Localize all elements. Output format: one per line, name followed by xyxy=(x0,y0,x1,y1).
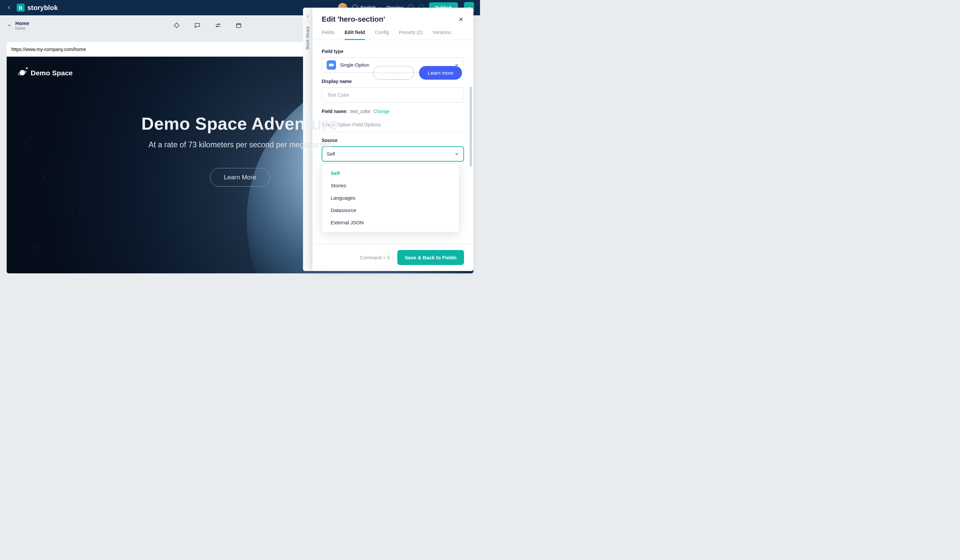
tab-config[interactable]: Config xyxy=(375,30,389,40)
source-option-self[interactable]: Self xyxy=(322,167,459,179)
hero-subtitle: At a rate of 73 kilometers per second pe… xyxy=(149,140,331,149)
hero-title: Demo Space Adventure xyxy=(141,114,339,134)
field-name-row: Field name: text_color Change xyxy=(322,109,464,114)
page-slug: home xyxy=(15,26,29,30)
site-nav: Demo Space Get started Learn more xyxy=(7,57,473,86)
source-option-stories[interactable]: Stories xyxy=(322,179,459,192)
shape-tool-icon[interactable] xyxy=(173,22,180,29)
source-option-external-json[interactable]: External JSON xyxy=(322,216,459,229)
source-option-datasource[interactable]: Datasource xyxy=(322,204,459,216)
panel-title: Edit 'hero-section' xyxy=(322,15,385,24)
calendar-icon[interactable] xyxy=(235,22,242,29)
chevron-left-icon[interactable] xyxy=(306,14,310,20)
field-name-label: Field name: xyxy=(322,109,348,114)
save-button[interactable]: Save & Back to Fields xyxy=(397,250,464,265)
planet-icon xyxy=(18,69,27,77)
field-type-label: Field type xyxy=(322,49,464,54)
settings-slider-icon[interactable] xyxy=(214,22,222,29)
learn-more-button[interactable]: Learn More xyxy=(210,168,270,187)
back-icon[interactable] xyxy=(6,5,12,11)
get-started-button[interactable]: Get started xyxy=(373,66,414,80)
brand-name: storyblok xyxy=(27,4,58,12)
panel-tabs: Fields Edit field Config Presets (2) Ver… xyxy=(312,26,473,40)
shortcut-hint: Command + S xyxy=(360,255,390,260)
site-brand[interactable]: Demo Space xyxy=(18,69,73,77)
source-dropdown: Self Stories Languages Datasource Extern… xyxy=(322,163,459,232)
tab-versions[interactable]: Versions xyxy=(433,30,451,40)
logo-mark-icon: B xyxy=(17,4,25,12)
field-name-value: text_color xyxy=(350,109,371,114)
tab-presets[interactable]: Presets (2) xyxy=(399,30,423,40)
change-link[interactable]: Change xyxy=(373,109,390,114)
tab-edit-field[interactable]: Edit field xyxy=(345,30,365,40)
chevron-down-icon[interactable] xyxy=(7,23,11,27)
block-library-label: Block library xyxy=(306,26,310,50)
app-logo[interactable]: B storyblok xyxy=(17,4,58,12)
svg-point-1 xyxy=(216,26,217,27)
display-name-input[interactable] xyxy=(322,87,464,103)
breadcrumb[interactable]: Home home xyxy=(7,20,29,30)
learn-more-nav-button[interactable]: Learn more xyxy=(419,66,462,80)
svg-point-0 xyxy=(219,24,220,25)
page-title: Home xyxy=(15,20,29,26)
panel-footer: Command + S Save & Back to Fields xyxy=(312,244,473,271)
tab-fields[interactable]: Fields xyxy=(322,30,334,40)
close-icon[interactable] xyxy=(458,16,464,22)
source-option-languages[interactable]: Languages xyxy=(322,192,459,204)
comment-icon[interactable] xyxy=(194,22,201,29)
site-brand-name: Demo Space xyxy=(30,69,73,77)
svg-rect-2 xyxy=(236,24,241,28)
